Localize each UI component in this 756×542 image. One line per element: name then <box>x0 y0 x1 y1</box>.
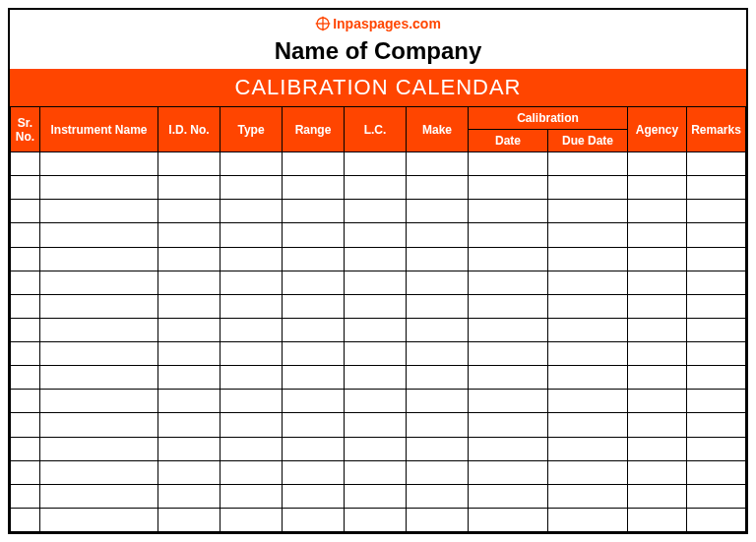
cell-lc <box>345 200 407 223</box>
cell-id_no <box>158 437 220 460</box>
cell-remarks <box>687 271 746 294</box>
brand-text: Inpaspages.com <box>333 16 441 31</box>
col-header-instrument-name: Instrument Name <box>40 107 158 152</box>
cell-range <box>283 390 345 413</box>
cell-make <box>407 318 469 341</box>
compass-cross-icon <box>315 16 331 31</box>
cell-type <box>220 366 283 390</box>
cell-lc <box>345 437 407 460</box>
cell-cal_date <box>469 460 548 484</box>
cell-sr <box>11 271 40 294</box>
cell-cal_due <box>548 413 628 437</box>
table-row <box>11 390 746 413</box>
cell-cal_date <box>469 390 548 413</box>
col-header-sr-no: Sr. No. <box>11 107 40 152</box>
cell-sr <box>11 460 40 484</box>
cell-lc <box>345 342 407 366</box>
col-header-make: Make <box>407 107 469 152</box>
brand-logo: Inpaspages.com <box>315 16 441 31</box>
cell-instrument_name <box>40 342 158 366</box>
table-row <box>11 200 746 223</box>
cell-agency <box>628 366 687 390</box>
cell-range <box>283 484 345 508</box>
cell-agency <box>628 152 687 176</box>
table-row <box>11 484 746 508</box>
cell-id_no <box>158 223 220 247</box>
cell-instrument_name <box>40 294 158 318</box>
cell-instrument_name <box>40 152 158 176</box>
cell-remarks <box>687 223 746 247</box>
cell-sr <box>11 294 40 318</box>
cell-cal_due <box>548 437 628 460</box>
cell-cal_date <box>469 508 548 531</box>
table-row <box>11 437 746 460</box>
cell-id_no <box>158 247 220 271</box>
cell-remarks <box>687 318 746 341</box>
cell-cal_date <box>469 176 548 200</box>
cell-remarks <box>687 152 746 176</box>
cell-remarks <box>687 508 746 531</box>
cell-instrument_name <box>40 318 158 341</box>
cell-make <box>407 152 469 176</box>
cell-make <box>407 223 469 247</box>
cell-lc <box>345 223 407 247</box>
cell-remarks <box>687 294 746 318</box>
cell-id_no <box>158 294 220 318</box>
cell-id_no <box>158 342 220 366</box>
cell-cal_due <box>548 271 628 294</box>
cell-make <box>407 437 469 460</box>
cell-cal_due <box>548 342 628 366</box>
cell-sr <box>11 366 40 390</box>
cell-id_no <box>158 413 220 437</box>
cell-cal_due <box>548 390 628 413</box>
cell-type <box>220 176 283 200</box>
cell-agency <box>628 508 687 531</box>
cell-instrument_name <box>40 176 158 200</box>
cell-type <box>220 200 283 223</box>
cell-remarks <box>687 460 746 484</box>
cell-id_no <box>158 176 220 200</box>
cell-sr <box>11 176 40 200</box>
cell-type <box>220 342 283 366</box>
cell-remarks <box>687 366 746 390</box>
cell-instrument_name <box>40 200 158 223</box>
cell-make <box>407 176 469 200</box>
cell-cal_date <box>469 294 548 318</box>
cell-range <box>283 176 345 200</box>
cell-sr <box>11 318 40 341</box>
cell-instrument_name <box>40 508 158 531</box>
cell-lc <box>345 152 407 176</box>
cell-range <box>283 152 345 176</box>
table-row <box>11 294 746 318</box>
cell-instrument_name <box>40 247 158 271</box>
cell-lc <box>345 271 407 294</box>
cell-lc <box>345 366 407 390</box>
cell-cal_date <box>469 342 548 366</box>
cell-sr <box>11 437 40 460</box>
cell-type <box>220 223 283 247</box>
cell-sr <box>11 508 40 531</box>
cell-remarks <box>687 413 746 437</box>
cell-agency <box>628 200 687 223</box>
col-header-agency: Agency <box>628 107 687 152</box>
cell-make <box>407 200 469 223</box>
cell-cal_due <box>548 366 628 390</box>
cell-make <box>407 508 469 531</box>
cell-type <box>220 271 283 294</box>
cell-make <box>407 460 469 484</box>
cell-sr <box>11 200 40 223</box>
table-row <box>11 176 746 200</box>
col-header-remarks: Remarks <box>687 107 746 152</box>
cell-sr <box>11 484 40 508</box>
cell-lc <box>345 390 407 413</box>
cell-lc <box>345 176 407 200</box>
cell-make <box>407 390 469 413</box>
cell-instrument_name <box>40 437 158 460</box>
cell-cal_date <box>469 366 548 390</box>
cell-range <box>283 247 345 271</box>
cell-remarks <box>687 342 746 366</box>
cell-range <box>283 294 345 318</box>
cell-make <box>407 247 469 271</box>
cell-id_no <box>158 152 220 176</box>
cell-make <box>407 413 469 437</box>
